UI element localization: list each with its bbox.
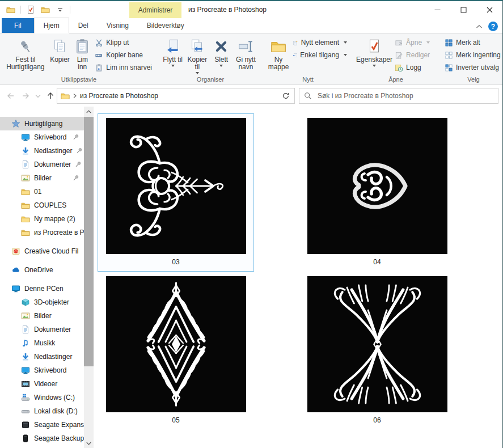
- sidebar-item[interactable]: COUPLES: [0, 198, 84, 212]
- collapse-ribbon-button[interactable]: [476, 24, 483, 29]
- tab-fil[interactable]: Fil: [2, 18, 34, 33]
- paste-shortcut-button[interactable]: Lim inn snarvei: [92, 61, 154, 74]
- address-breadcrumb[interactable]: из Procreate в Photoshop: [57, 88, 162, 103]
- invert-selection-icon: [445, 64, 453, 72]
- tab-del[interactable]: Del: [69, 18, 98, 33]
- close-button[interactable]: [476, 1, 502, 18]
- pictures-icon: [21, 174, 30, 183]
- sidebar-item[interactable]: из Procreate в P: [0, 226, 84, 239]
- tab-hjem[interactable]: Hjem: [34, 18, 69, 33]
- sidebar-item[interactable]: Seagate Expansi: [0, 418, 84, 432]
- pin-to-quick-access-button[interactable]: Fest til Hurtigtilgang: [3, 35, 48, 71]
- quick-access-toolbar: [0, 3, 71, 16]
- invert-selection-button[interactable]: Inverter utvalg: [442, 61, 503, 74]
- forward-arrow-icon: [21, 91, 30, 100]
- copy-to-icon: [189, 37, 206, 56]
- tab-visning[interactable]: Visning: [98, 18, 138, 33]
- cut-button[interactable]: Klipp ut: [92, 36, 154, 49]
- sidebar-item[interactable]: Bilder: [0, 171, 84, 185]
- sidebar-item[interactable]: 3D-objekter: [0, 295, 84, 309]
- move-to-icon: [164, 37, 181, 56]
- pictures-icon: [21, 311, 30, 320]
- maximize-button[interactable]: [450, 1, 476, 18]
- tab-bildeverktoy[interactable]: Bildeverktøy: [138, 18, 193, 33]
- dropdown-caret-icon: [219, 65, 223, 67]
- select-none-button[interactable]: Merk ingenting: [442, 49, 503, 61]
- sidebar-item[interactable]: Videoer: [0, 377, 84, 391]
- copy-button[interactable]: Kopier: [48, 35, 73, 64]
- title-bar: Administrer из Procreate в Photoshop: [0, 1, 502, 18]
- scroll-down-button[interactable]: [84, 438, 94, 448]
- sidebar-item[interactable]: OneDrive: [0, 263, 84, 277]
- history-label: Logg: [406, 64, 421, 71]
- copy-to-button[interactable]: Kopier til: [184, 35, 210, 74]
- minimize-button[interactable]: [424, 1, 450, 18]
- back-button[interactable]: [3, 88, 18, 103]
- sidebar-item[interactable]: 01: [0, 185, 84, 198]
- new-item-button[interactable]: Nytt element: [290, 36, 349, 49]
- search-box[interactable]: [299, 88, 498, 104]
- sidebar-item[interactable]: Seagate Backup: [0, 432, 84, 445]
- sidebar-item[interactable]: Ny mappe (2): [0, 212, 84, 226]
- pin-icon: [76, 147, 83, 154]
- sidebar-item-label: Dokumenter: [34, 160, 71, 168]
- select-none-label: Merk ingenting: [456, 51, 501, 59]
- group-label-open: Åpne: [353, 75, 439, 84]
- move-to-button[interactable]: Flytt til: [161, 35, 184, 67]
- sidebar-item[interactable]: Dokumenter: [0, 158, 84, 171]
- up-button[interactable]: [43, 88, 58, 103]
- sidebar-item[interactable]: Skrivebord: [0, 130, 84, 144]
- qat-folder2-button[interactable]: [39, 3, 52, 16]
- scroll-up-button[interactable]: [84, 107, 94, 116]
- sidebar-scrollbar[interactable]: [84, 107, 94, 448]
- contextual-tab-administrer[interactable]: Administrer: [129, 2, 181, 18]
- recent-locations-button[interactable]: [33, 88, 43, 103]
- paste-button[interactable]: Lim inn: [72, 35, 92, 71]
- qat-customize-button[interactable]: [54, 3, 66, 16]
- scrollbar-thumb[interactable]: [84, 117, 94, 366]
- sidebar-item-label: Skrivebord: [34, 133, 66, 141]
- sidebar-item[interactable]: Nedlastinger: [0, 144, 84, 158]
- file-item-03[interactable]: 03: [98, 113, 254, 272]
- properties-button[interactable]: Egenskaper: [356, 35, 392, 67]
- creative-cloud-icon: [11, 247, 20, 256]
- new-folder-button[interactable]: Ny mappe: [267, 35, 290, 71]
- qat-folder-button[interactable]: [5, 3, 17, 16]
- qat-properties-button[interactable]: [24, 3, 37, 16]
- help-button[interactable]: ?: [488, 22, 498, 31]
- sidebar-item[interactable]: Lokal disk (D:): [0, 404, 84, 418]
- easy-access-button[interactable]: Enkel tilgang: [290, 49, 349, 61]
- file-item-04[interactable]: 04: [299, 113, 455, 272]
- copy-path-button[interactable]: Kopier bane: [92, 49, 154, 61]
- sidebar-item[interactable]: Nedlastinger: [0, 350, 84, 364]
- close-icon: [487, 7, 493, 13]
- open-button[interactable]: Åpne: [392, 36, 436, 49]
- sidebar-item[interactable]: Dokumenter: [0, 323, 84, 336]
- breadcrumb-chevron-icon: [73, 93, 77, 99]
- group-label-select: Velg: [439, 75, 503, 84]
- history-button[interactable]: Logg: [392, 61, 436, 74]
- sidebar-item[interactable]: Bilder: [0, 309, 84, 323]
- sidebar-item-quick-access[interactable]: Hurtigtilgang: [0, 117, 84, 130]
- customize-toolbar-icon: [57, 6, 64, 13]
- refresh-button[interactable]: [277, 88, 295, 104]
- sidebar-item[interactable]: Musikk: [0, 336, 84, 350]
- sidebar-item-this-pc[interactable]: Denne PCen: [0, 282, 84, 295]
- pin-icon: [73, 134, 79, 141]
- forward-button[interactable]: [18, 88, 33, 103]
- edit-button[interactable]: Rediger: [392, 49, 436, 61]
- star-icon: [11, 119, 20, 128]
- select-all-button[interactable]: Merk alt: [442, 36, 503, 49]
- sidebar-item[interactable]: Skrivebord: [0, 364, 84, 377]
- file-item-06[interactable]: 06: [299, 272, 455, 430]
- search-input[interactable]: [316, 91, 493, 100]
- address-bar[interactable]: из Procreate в Photoshop: [57, 88, 295, 104]
- file-item-05[interactable]: 05: [98, 272, 254, 430]
- sidebar-item[interactable]: Windows (C:): [0, 391, 84, 404]
- sidebar-item[interactable]: Creative Cloud Fil: [0, 244, 84, 258]
- rename-button[interactable]: Gi nytt navn: [232, 35, 260, 71]
- select-all-label: Merk alt: [456, 39, 480, 47]
- delete-button[interactable]: Slett: [210, 35, 231, 67]
- file-list: 03 04: [94, 107, 502, 448]
- this-pc-list: 3D-objekter Bilder Dokumenter Musikk: [0, 295, 84, 445]
